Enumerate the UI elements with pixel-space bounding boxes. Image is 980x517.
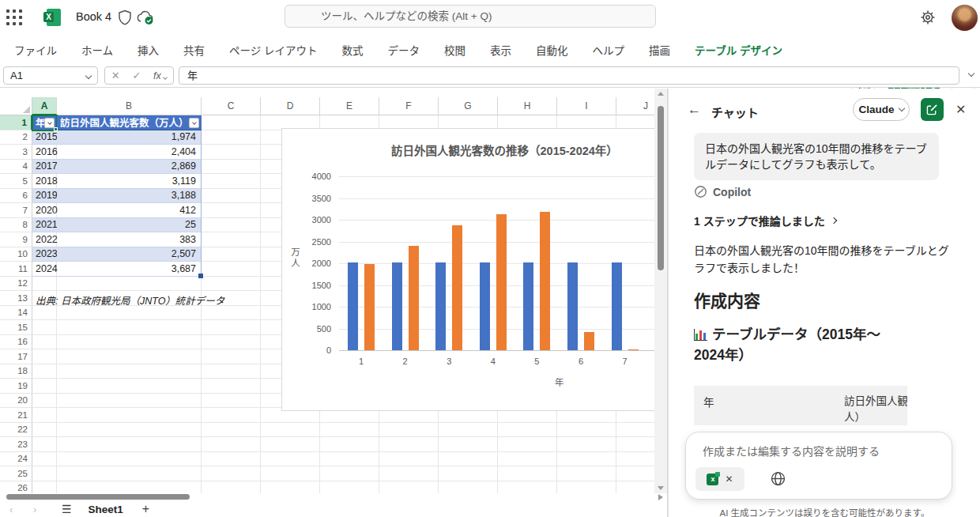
cell-G25[interactable] — [439, 466, 498, 481]
cell-H24[interactable] — [498, 452, 557, 467]
cancel-entry-icon[interactable]: ✕ — [111, 70, 120, 81]
context-chip-excel[interactable]: x ✕ — [695, 467, 744, 491]
prev-sheet-button[interactable]: ‹ — [9, 504, 24, 515]
cell-G24[interactable] — [439, 452, 498, 467]
vertical-scrollbar-thumb[interactable] — [658, 106, 664, 270]
cell-B16[interactable] — [57, 335, 202, 350]
row-header-16[interactable]: 16 — [0, 335, 32, 350]
cell-E25[interactable] — [320, 466, 379, 481]
cell-D23[interactable] — [261, 437, 320, 452]
cell-A4[interactable]: 2017 — [32, 160, 57, 175]
column-header-E[interactable]: E — [320, 97, 379, 115]
bar-年-4[interactable] — [480, 262, 490, 350]
vertical-scrollbar[interactable] — [654, 89, 667, 493]
cell-E23[interactable] — [320, 437, 379, 452]
cell-A2[interactable]: 2015 — [32, 130, 57, 145]
ribbon-tab-ページ レイアウト[interactable]: ページ レイアウト — [229, 42, 317, 58]
row-header-21[interactable]: 21 — [0, 408, 32, 423]
row-header-8[interactable]: 8 — [0, 218, 32, 233]
cell-A8[interactable]: 2021 — [32, 218, 57, 233]
row-header-6[interactable]: 6 — [0, 189, 32, 204]
row-header-10[interactable]: 10 — [0, 247, 32, 262]
ribbon-tab-自動化[interactable]: 自動化 — [536, 42, 568, 58]
cell-B18[interactable] — [57, 364, 202, 379]
row-header-5[interactable]: 5 — [0, 174, 32, 189]
bar-訪日外国人観光客数（万人）-7[interactable] — [628, 349, 639, 350]
cell-C4[interactable] — [202, 160, 261, 175]
ribbon-tab-校閲[interactable]: 校閲 — [444, 42, 466, 58]
ribbon-tab-ヘルプ[interactable]: ヘルプ — [593, 42, 625, 58]
cell-D25[interactable] — [261, 466, 320, 481]
bar-訪日外国人観光客数（万人）-6[interactable] — [584, 332, 594, 350]
ribbon-tab-描画[interactable]: 描画 — [649, 42, 670, 58]
cell-B11[interactable]: 3,687 — [57, 262, 202, 277]
cell-A23[interactable] — [32, 437, 57, 452]
cell-A10[interactable]: 2023 — [32, 247, 57, 262]
cell-C9[interactable] — [202, 232, 261, 247]
cell-B25[interactable] — [57, 466, 202, 481]
cell-B5[interactable]: 3,119 — [57, 174, 202, 189]
cell-H22[interactable] — [498, 423, 557, 438]
cell-H25[interactable] — [498, 466, 557, 481]
row-header-14[interactable]: 14 — [0, 306, 32, 321]
cell-B9[interactable]: 383 — [57, 232, 202, 247]
cell-A19[interactable] — [32, 379, 57, 394]
column-header-D[interactable]: D — [261, 97, 320, 115]
insert-function-button[interactable]: fx — [153, 70, 167, 81]
bar-訪日外国人観光客数（万人）-5[interactable] — [540, 212, 550, 350]
cell-A15[interactable] — [32, 320, 57, 335]
search-input[interactable]: ツール、ヘルプなどの検索 (Alt + Q) — [285, 5, 656, 28]
column-header-I[interactable]: I — [557, 97, 616, 115]
cell-A7[interactable]: 2020 — [32, 203, 57, 218]
cell-B8[interactable]: 25 — [57, 218, 202, 233]
bar-年-5[interactable] — [523, 262, 533, 350]
row-header-12[interactable]: 12 — [0, 277, 32, 292]
add-sheet-button[interactable]: + — [142, 502, 149, 516]
cell-G23[interactable] — [439, 437, 498, 452]
bar-年-7[interactable] — [612, 262, 622, 350]
saved-to-cloud-icon[interactable] — [136, 9, 155, 25]
bar-訪日外国人観光客数（万人）-1[interactable] — [364, 264, 375, 350]
confirm-entry-icon[interactable]: ✓ — [132, 70, 141, 81]
cell-B12[interactable] — [57, 277, 202, 292]
cell-F24[interactable] — [379, 452, 439, 467]
row-header-22[interactable]: 22 — [0, 423, 32, 438]
cell-C16[interactable] — [202, 335, 261, 350]
new-chat-button[interactable] — [921, 98, 944, 121]
cell-C8[interactable] — [202, 218, 261, 233]
cell-F22[interactable] — [379, 423, 439, 438]
user-avatar[interactable] — [952, 5, 978, 31]
table-fill-handle[interactable] — [198, 274, 203, 278]
cell-B24[interactable] — [57, 452, 202, 467]
row-header-23[interactable]: 23 — [0, 437, 32, 452]
bar-年-2[interactable] — [392, 262, 402, 350]
cell-F25[interactable] — [379, 466, 439, 481]
cell-A6[interactable]: 2019 — [32, 189, 57, 204]
cell-C18[interactable] — [202, 364, 261, 379]
name-box[interactable]: A1 — [3, 66, 98, 85]
cell-A25[interactable] — [32, 466, 57, 481]
cell-A20[interactable] — [32, 394, 57, 409]
cell-C12[interactable] — [202, 277, 261, 292]
row-header-19[interactable]: 19 — [0, 379, 32, 394]
row-header-24[interactable]: 24 — [0, 452, 32, 467]
cell-I24[interactable] — [557, 452, 616, 467]
ribbon-tab-テーブル デザイン[interactable]: テーブル デザイン — [695, 42, 782, 58]
model-selector-dropdown[interactable]: Claude — [853, 98, 910, 121]
cell-B7[interactable]: 412 — [57, 203, 202, 218]
cell-A21[interactable] — [32, 408, 57, 423]
row-header-3[interactable]: 3 — [0, 145, 32, 160]
web-globe-icon[interactable] — [770, 470, 786, 487]
horizontal-scrollbar[interactable] — [0, 493, 668, 501]
remove-context-icon[interactable]: ✕ — [725, 474, 733, 485]
cell-A24[interactable] — [32, 452, 57, 467]
row-header-17[interactable]: 17 — [0, 349, 32, 364]
cell-C21[interactable] — [202, 408, 261, 423]
row-header-2[interactable]: 2 — [0, 130, 32, 145]
cell-D22[interactable] — [261, 423, 320, 438]
cell-A5[interactable]: 2018 — [32, 174, 57, 189]
cell-B6[interactable]: 3,188 — [57, 189, 202, 204]
cell-I23[interactable] — [557, 437, 616, 452]
next-sheet-button[interactable]: › — [33, 504, 47, 515]
cell-C14[interactable] — [202, 306, 261, 321]
